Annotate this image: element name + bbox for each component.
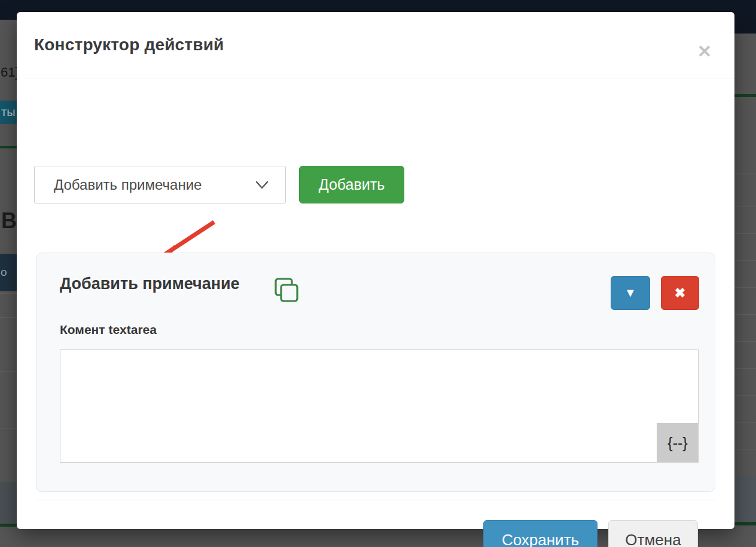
modal-title: Конструктор действий: [34, 35, 224, 54]
action-card: Добавить примечание ▼ ✖ Комент textarea …: [36, 253, 715, 492]
background-row-divider: [0, 371, 17, 372]
footer-divider: [35, 500, 716, 500]
background-dark-row: [0, 482, 17, 524]
background-row-divider: [734, 314, 756, 315]
background-row-divider: [0, 317, 17, 318]
add-action-button[interactable]: Добавить: [299, 166, 404, 203]
action-type-select[interactable]: Добавить примечание: [34, 166, 286, 203]
background-teal-button-fragment: ты: [0, 101, 17, 124]
background-row-divider: [734, 287, 756, 288]
background-blue-tab-label: о: [1, 266, 7, 278]
collapse-action-button[interactable]: ▼: [611, 276, 650, 310]
background-blue-tab-fragment: о: [0, 254, 17, 291]
comment-textarea[interactable]: [60, 350, 699, 463]
background-row-divider: [0, 428, 17, 429]
background-row-divider: [734, 341, 756, 342]
remove-action-button[interactable]: ✖: [661, 276, 699, 310]
comment-field-label: Комент textarea: [60, 323, 157, 337]
remove-icon: ✖: [675, 285, 685, 301]
action-constructor-modal: Конструктор действий ✕ Добавить примечан…: [17, 12, 734, 529]
background-number-fragment: 61]: [1, 65, 19, 80]
background-row-divider: [734, 368, 756, 369]
save-button[interactable]: Сохранить: [483, 520, 598, 547]
background-row-divider: [734, 422, 756, 423]
cancel-button[interactable]: Отмена: [608, 520, 698, 547]
background-row-divider: [0, 293, 17, 294]
background-row-divider: [734, 395, 756, 396]
collapse-icon: ▼: [624, 286, 636, 300]
action-type-selected-value: Добавить примечание: [54, 177, 255, 193]
background-heading-fragment: В: [1, 208, 17, 233]
background-dark-row: [734, 476, 756, 522]
screen: 61] ты В о Конструктор действий ✕ Добави…: [0, 0, 756, 547]
close-icon[interactable]: ✕: [693, 39, 717, 63]
background-green-divider: [0, 146, 17, 148]
background-teal-button-label: ты: [1, 105, 16, 118]
background-green-divider: [734, 522, 756, 525]
insert-placeholder-button[interactable]: {--}: [657, 423, 699, 463]
background-row-divider: [734, 206, 756, 207]
background-row-divider: [734, 233, 756, 234]
background-row-divider: [734, 174, 756, 174]
modal-body: Добавить примечание Добавить Добавить пр…: [17, 78, 734, 547]
action-card-title: Добавить примечание: [60, 275, 240, 293]
chevron-down-icon: [255, 181, 269, 189]
copy-icon[interactable]: [274, 277, 299, 303]
modal-header: Конструктор действий ✕: [17, 12, 734, 78]
background-top-navbar-fragment: [734, 20, 756, 34]
background-row-divider: [734, 260, 756, 261]
background-row-divider: [734, 449, 756, 449]
background-green-divider: [0, 524, 17, 527]
background-green-divider: [734, 94, 756, 97]
